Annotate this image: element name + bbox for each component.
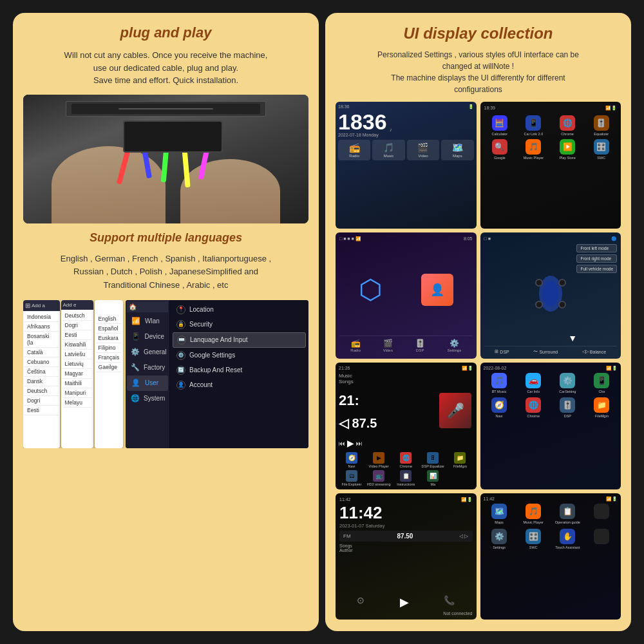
right-panel: UI display collection Personalized Setti… xyxy=(325,13,631,631)
lang-item[interactable]: Dogri xyxy=(62,321,92,330)
lang-item[interactable]: Deutsch xyxy=(62,311,92,321)
app-equalizer[interactable]: 🎚️ Equalizer xyxy=(585,115,617,137)
screen3-radio-btn[interactable]: 📻 Radio xyxy=(350,339,361,352)
screen5-next[interactable]: ⏭ xyxy=(356,440,363,447)
screen7-prev[interactable]: ⊙ xyxy=(357,595,365,609)
app-chrome[interactable]: 🌐 Chrome xyxy=(552,115,583,137)
screen-btmusic-grid: 2022-08-02 📶🔋 🎵 BT Music 🚗 Car Info ⚙️ C… xyxy=(480,363,621,489)
screen3-settings-btn[interactable]: ⚙️ Settings xyxy=(447,339,461,352)
lang-item[interactable]: Deutsch xyxy=(24,386,59,396)
screen-app-grid: 18:39 📶🔋 🧮 Calculator 📱 Car Link 2.0 🌐 C xyxy=(480,102,621,229)
item-security[interactable]: 🔒 Security xyxy=(173,317,306,332)
item-backup[interactable]: 🔄 Backup And Reset xyxy=(173,363,306,377)
nav-wlan[interactable]: 📶 Wlan xyxy=(127,314,168,329)
screen5-prev[interactable]: ⏮ xyxy=(339,440,345,447)
screen3-video-btn[interactable]: 🎬 Video xyxy=(383,339,393,352)
app-file-explorer[interactable]: 🗂 File Explorer xyxy=(339,470,365,486)
item-account[interactable]: 👤 Account xyxy=(173,378,306,392)
app-chrome3[interactable]: 🌐 Chrome xyxy=(518,397,549,419)
app-che[interactable]: 📱 Che xyxy=(586,373,618,394)
lang-item[interactable]: Català xyxy=(24,348,59,357)
lang-item[interactable]: Manipuri xyxy=(62,388,92,398)
app-hd2[interactable]: 📺 HD2 streaming xyxy=(366,470,392,486)
app-chrome-2[interactable]: 🌐 Chrome xyxy=(393,452,419,468)
screen1-radio-icon[interactable]: 📻 Radio xyxy=(338,140,370,160)
screen3-dsp-btn[interactable]: 🎚️ DSP xyxy=(415,339,425,352)
app-swc2[interactable]: 🎛️ SWC xyxy=(518,529,549,550)
lang-item[interactable]: Dogri xyxy=(24,396,59,406)
lang-item[interactable]: Bosanski (la xyxy=(24,332,59,348)
app-maps2[interactable]: 🗺️ Maps xyxy=(484,504,515,525)
lang-item[interactable]: Indonesia xyxy=(24,312,59,322)
lang-item[interactable]: Gaeilge xyxy=(96,363,122,372)
screen1-music-icon[interactable]: 🎵 Music xyxy=(372,140,404,160)
screen5-time-display: 21: xyxy=(339,393,435,408)
mode-front-right[interactable]: Front right mode xyxy=(576,254,617,263)
screen2-status: 📶🔋 xyxy=(605,106,617,111)
lang-item[interactable]: Maithili xyxy=(62,379,92,388)
lang-item[interactable]: Euskara xyxy=(96,334,122,343)
surround-label[interactable]: 〜 Surround xyxy=(533,348,558,355)
lang-item[interactable]: Magyar xyxy=(62,369,92,379)
app-bt-music[interactable]: 🎵 BT Music xyxy=(484,373,515,394)
app-op-guide[interactable]: 📋 Operation guide xyxy=(552,504,583,525)
screen5-play[interactable]: ▶ xyxy=(347,438,354,448)
app-video-player[interactable]: ▶ Video Player xyxy=(366,452,392,468)
balance-label[interactable]: ◁▷ Balance xyxy=(582,348,606,355)
lang-item[interactable]: Afrikaans xyxy=(24,322,59,332)
app-swc[interactable]: 🎛️ SWC xyxy=(585,139,617,160)
lang-item[interactable]: English xyxy=(96,314,122,324)
lang-item[interactable]: Español xyxy=(96,324,122,334)
lang-item[interactable]: Français xyxy=(96,353,122,363)
app-google[interactable]: 🔍 Google xyxy=(484,139,516,160)
lang-item[interactable]: Lietuvių xyxy=(62,359,92,369)
lang-item[interactable]: Melayu xyxy=(62,398,92,408)
screen3-bluetooth-icon: ⬡ xyxy=(359,274,383,305)
lang-item[interactable]: Eesti xyxy=(62,330,92,340)
app-navi2[interactable]: 🧭 Navi xyxy=(484,397,515,419)
nav-factory[interactable]: 🔧 Factory xyxy=(127,360,168,375)
app-play-store[interactable]: ▶️ Play Store xyxy=(552,139,583,160)
app-instructions[interactable]: 📋 Instructions xyxy=(393,470,419,486)
app-car-info[interactable]: 🚗 Car Info xyxy=(518,373,549,394)
app-empty xyxy=(586,504,618,525)
app-file-mgr[interactable]: 📁 FileMgm xyxy=(447,452,473,468)
app-calculator[interactable]: 🧮 Calculator xyxy=(484,115,516,137)
app-carlink[interactable]: 📱 Car Link 2.0 xyxy=(518,115,549,137)
settings-nav: 🏠 📶 Wlan 📱 Device ⚙️ General xyxy=(126,300,169,448)
screen7-play[interactable]: ▶ xyxy=(400,595,409,609)
item-language-input[interactable]: ⌨️ Lanquage And Input xyxy=(173,332,306,348)
mode-front-left[interactable]: Front left mode xyxy=(576,244,617,252)
lang-item[interactable]: Latviešu xyxy=(62,350,92,359)
lang-item[interactable]: Dansk xyxy=(24,377,59,386)
app-settings2[interactable]: ⚙️ Settings xyxy=(484,529,515,550)
svg-point-3 xyxy=(559,279,565,286)
lang-item[interactable]: Cebuano xyxy=(24,357,59,367)
mode-full-vehicle[interactable]: Full vehicle mode xyxy=(576,265,617,273)
screen1-video-icon[interactable]: 🎬 Video xyxy=(407,140,439,160)
app-navi[interactable]: 🧭 Navi xyxy=(339,452,365,468)
screen1-maps-icon[interactable]: 🗺️ Maps xyxy=(441,140,473,160)
screen-dsp: □ ■ 🔵 Front left mode Fro xyxy=(480,232,621,359)
app-touch-assist[interactable]: ✋ Touch Assistant xyxy=(552,529,583,550)
dsp-label[interactable]: ⊞ DSP xyxy=(495,348,509,355)
screen7-next[interactable]: 📞 xyxy=(444,595,455,609)
app-car-setting[interactable]: ⚙️ CarSetting xyxy=(552,373,583,394)
lang-item[interactable]: Eesti xyxy=(24,406,59,415)
nav-system[interactable]: 🌐 System xyxy=(127,391,168,406)
lang-item[interactable]: Kiswahili xyxy=(62,340,92,350)
app-dsp-eq[interactable]: 🎚 DSP Equalizer xyxy=(420,452,446,468)
app-orange[interactable]: 📁 FileMgm xyxy=(586,397,618,419)
app-music-player[interactable]: 🎵 Music Player xyxy=(518,139,549,160)
screen7-clock: 11:42 xyxy=(339,504,473,521)
app-dsp2[interactable]: 🎚️ DSP xyxy=(552,397,583,419)
item-google[interactable]: ⚙️ Google Settings xyxy=(173,348,306,363)
nav-user[interactable]: 👤 User xyxy=(127,375,168,391)
nav-general[interactable]: ⚙️ General xyxy=(127,345,168,360)
nav-device[interactable]: 📱 Device xyxy=(127,329,168,345)
lang-item[interactable]: Filipino xyxy=(96,343,122,353)
lang-item[interactable]: Čeština xyxy=(24,367,59,377)
item-location[interactable]: 📍 Location xyxy=(173,303,306,317)
app-music-player2[interactable]: 🎵 Music Player xyxy=(518,504,549,525)
app-ma[interactable]: 📊 Ma xyxy=(420,470,446,486)
